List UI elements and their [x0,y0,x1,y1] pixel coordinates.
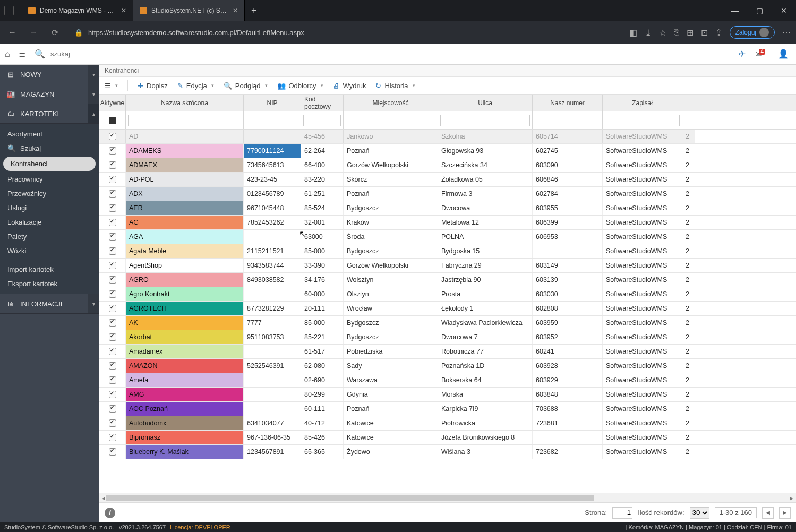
user-icon[interactable]: 👤 [778,49,789,59]
table-row[interactable]: AK777785-000BydgoszczWładysława Paciorki… [99,316,796,330]
search-input[interactable] [49,49,141,58]
table-row[interactable]: Akorbat951108375385-221BydgoszczDworcowa… [99,330,796,345]
extensions-icon[interactable]: ⊡ [701,28,708,38]
table-row[interactable]: AG785245326232-001KrakówMetalowa 1260639… [99,216,796,230]
login-button[interactable]: Zaloguj [730,26,775,39]
table-row[interactable]: AGA63000ŚrodaPOLNA606953SoftwareStudioWM… [99,230,796,244]
sidebar-item-asortyment[interactable]: Asortyment [0,127,99,141]
filter-naszn[interactable] [535,115,600,126]
filter-ulica[interactable] [440,115,530,126]
sidebar-item-palety[interactable]: Palety [0,229,99,244]
sidebar-section-nowy[interactable]: ⊞ NOWY ▾ [0,65,99,84]
row-checkbox[interactable] [109,348,116,355]
col-nip[interactable]: NIP [244,95,301,111]
address-bar[interactable]: 🔒 https://studiosystemdemo.softwarestudi… [69,25,622,40]
next-page-button[interactable]: ► [779,507,791,519]
table-row[interactable]: Autobudomx634103407740-712KatowicePiotro… [99,416,796,431]
toggle-sidebar-icon[interactable]: ≣ [18,49,26,59]
col-zapis[interactable]: Zapisał [603,95,682,111]
app-menu-icon[interactable] [4,6,14,15]
podglad-button[interactable]: 🔍Podgląd▾ [224,82,268,90]
row-checkbox[interactable] [109,333,116,341]
table-row[interactable]: Blueberry K. Maślak123456789165-365Żydow… [99,445,796,459]
sidebar-item-uslugi[interactable]: Usługi [0,201,99,215]
filter-miejsc[interactable] [346,115,435,126]
table-row[interactable]: AMAZON525254639162-080SadyPoznańska 1D60… [99,359,796,373]
sidebar-item-import[interactable]: Import kartotek [0,262,99,277]
mail-icon[interactable]: ✉4 [755,49,768,59]
table-row[interactable]: AOC Poznań60-111PoznańKarpicka 7I9703688… [99,402,796,416]
table-row[interactable]: Agro Kontrakt60-000OlsztynProsta603030So… [99,287,796,302]
new-tab-button[interactable]: + [245,0,263,21]
odbiorcy-button[interactable]: 👥Odbiorcy▾ [277,82,323,90]
filter-nip[interactable] [246,115,298,126]
row-checkbox[interactable] [109,247,116,255]
app-search[interactable]: 🔍 [29,47,122,62]
row-checkbox[interactable] [109,419,116,427]
table-row[interactable]: Amadamex61-517PobiedziskaRobotnicza 7760… [99,345,796,359]
filter-checkbox[interactable] [109,117,116,124]
table-row[interactable]: ADMAEX734564561366-400Gorzów Wielkopolsk… [99,158,796,173]
row-checkbox[interactable] [109,147,116,155]
row-checkbox[interactable] [109,376,116,384]
sidebar-item-pracownicy[interactable]: Pracownicy [0,172,99,186]
table-row[interactable]: AMG80-299GdyniaMorska603848SoftwareStudi… [99,388,796,402]
export-icon[interactable]: ✈ [739,49,746,59]
dopisz-button[interactable]: ✚Dopisz [138,82,168,90]
more-menu-icon[interactable]: ⋯ [782,28,791,38]
refresh-button[interactable]: ⟳ [48,25,62,39]
reading-icon[interactable]: ⎘ [674,28,679,37]
filter-zapis[interactable] [605,115,680,126]
sidebar-section-informacje[interactable]: 🗎 INFORMACJE ▾ [0,294,99,314]
row-checkbox[interactable] [109,204,116,212]
back-button[interactable]: ← [5,25,19,39]
table-row[interactable]: ADAMEKS779001112462-264PoznańGłogowska 9… [99,144,796,158]
table-row[interactable]: AGRO849303858234-176WolsztynJastrzębia 9… [99,273,796,287]
row-checkbox[interactable] [109,405,116,413]
close-window-button[interactable]: ✕ [772,0,796,21]
scroll-thumb[interactable] [106,495,594,501]
page-input[interactable] [612,507,632,519]
col-nazwa[interactable]: Nazwa skrócona [126,95,244,111]
sidebar-item-lokalizacje[interactable]: Lokalizacje [0,215,99,229]
share-icon[interactable]: ⇪ [715,28,722,38]
menu-button[interactable]: ☰▾ [105,82,118,90]
row-checkbox[interactable] [109,305,116,312]
minimize-button[interactable]: — [723,0,747,21]
row-checkbox[interactable] [109,362,116,370]
wydruk-button[interactable]: 🖨Wydruk [333,82,366,90]
row-checkbox[interactable] [109,319,116,327]
table-row[interactable]: Amefa02-690WarszawaBokserska 64603929Sof… [99,373,796,388]
row-checkbox[interactable] [109,434,116,441]
browser-tab[interactable]: Demo Magazyn WMS - Demo o…✕ [22,0,133,21]
collections-icon[interactable]: ⊞ [687,28,694,38]
row-checkbox[interactable] [109,276,116,284]
col-kod[interactable]: Kod pocztowy [301,95,344,111]
filter-nazwa[interactable] [128,115,241,126]
row-checkbox[interactable] [109,161,116,169]
table-row[interactable]: AGROTECH877328122920-111WrocławŁękołody … [99,302,796,316]
sidebar-item-eksport[interactable]: Eksport kartotek [0,277,99,291]
prev-page-button[interactable]: ◄ [762,507,774,519]
col-ulica[interactable]: Ulica [438,95,533,111]
table-row[interactable]: AgentShop934358374433-390Gorzów Wielkopo… [99,259,796,273]
sidebar-section-magazyn[interactable]: 🏭 MAGAZYN ▾ [0,84,99,104]
table-row[interactable]: Bipromasz967-136-06-3585-426KatowiceJóze… [99,431,796,445]
info-icon[interactable]: i [105,508,115,518]
row-checkbox[interactable] [109,448,116,456]
browser-tab[interactable]: StudioSystem.NET (c) SoftwareSt…✕ [133,0,245,21]
table-row[interactable]: ADX012345678961-251PoznańFirmowa 3602784… [99,187,796,201]
table-row[interactable]: AD-POL423-23-4583-220SkórczŻołądkowa 056… [99,173,796,187]
sidebar-item-przewoznicy[interactable]: Przewoźnicy [0,186,99,201]
close-tab-icon[interactable]: ✕ [233,7,238,14]
sidebar-section-kartoteki[interactable]: 🗂 KARTOTEKI ▴ [0,104,99,124]
scroll-right-icon[interactable]: ► [788,493,796,502]
sidebar-item-wozki[interactable]: Wózki [0,244,99,258]
enter-icon[interactable]: ⤓ [645,28,652,38]
tracking-icon[interactable]: ◧ [629,28,637,38]
sidebar-item-kontrahenci[interactable]: Kontrahenci [3,157,96,171]
col-miejsc[interactable]: Miejscowość [344,95,438,111]
row-checkbox[interactable] [109,190,116,198]
edycja-button[interactable]: ✎Edycja▾ [177,82,214,90]
page-size-select[interactable]: 30 [690,507,709,519]
